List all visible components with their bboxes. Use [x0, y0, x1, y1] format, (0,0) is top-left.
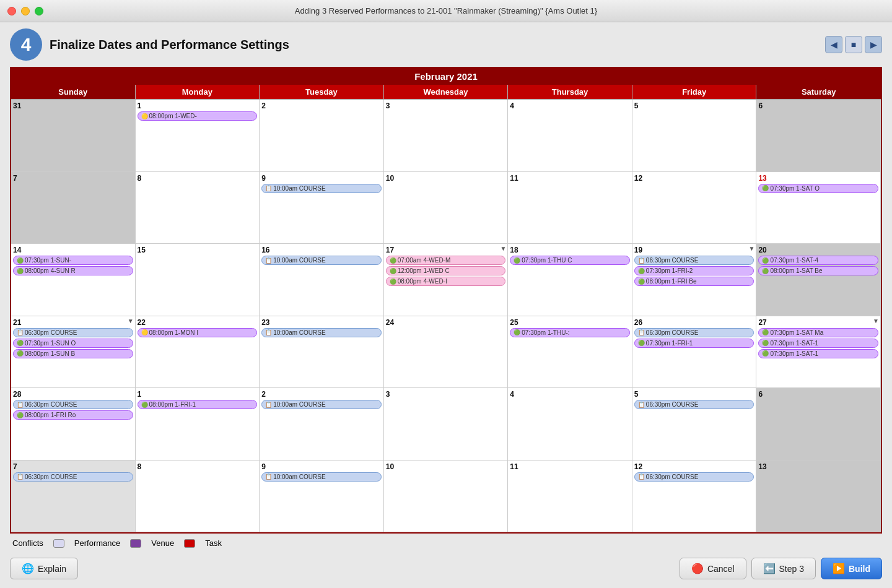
cal-cell[interactable]: 1🟢08:00pm 1-FRI-1 — [136, 388, 260, 460]
cell-date: 14 — [13, 246, 133, 254]
step3-button[interactable]: ⬅️ Step 3 — [751, 558, 816, 579]
cal-cell[interactable]: 6 — [756, 388, 881, 460]
cancel-button[interactable]: 🔴 Cancel — [680, 558, 746, 579]
cal-cell[interactable]: 15 — [136, 244, 260, 316]
event[interactable]: 📋06:30pm COURSE — [634, 472, 754, 482]
cal-cell[interactable]: 12 — [632, 172, 757, 244]
cal-cell[interactable]: 28📋06:30pm COURSE🟢08:00pm 1-FRI Ro — [11, 388, 136, 460]
cal-cell[interactable]: 2📋10:00am COURSE — [260, 388, 384, 460]
event[interactable]: 📋06:30pm COURSE — [634, 328, 754, 337]
cal-cell[interactable]: 10 — [384, 460, 509, 533]
maximize-button[interactable] — [35, 7, 43, 15]
event[interactable]: 🟢08:00pm 1-FRI Be — [634, 277, 754, 286]
window-controls — [7, 7, 43, 15]
cal-cell[interactable]: ▼19📋06:30pm COURSE🟢07:30pm 1-FRI-2🟢08:00… — [632, 244, 757, 316]
event[interactable]: 🟢08:00pm 1-SAT Be — [758, 266, 878, 275]
event[interactable]: 🟢08:00pm 4-SUN R — [13, 266, 133, 275]
event[interactable]: 📋10:00am COURSE — [261, 472, 382, 482]
cal-cell[interactable]: 20🟢07:30pm 1-SAT-4🟢08:00pm 1-SAT Be — [756, 244, 881, 316]
event[interactable]: 🟡08:00pm 1-MON I — [138, 328, 258, 337]
cal-cell[interactable]: 4 — [508, 388, 632, 460]
cal-cell[interactable]: 5📋06:30pm COURSE — [632, 388, 757, 460]
cell-date: 9 — [261, 462, 382, 471]
cal-cell[interactable]: 18🟢07:30pm 1-THU C — [508, 244, 632, 316]
nav-back-button[interactable]: ◀ — [825, 36, 842, 53]
cal-cell[interactable]: 9📋10:00am COURSE — [260, 172, 384, 244]
cal-cell[interactable]: 12📋06:30pm COURSE — [632, 460, 757, 533]
cancel-icon: 🔴 — [691, 563, 704, 574]
event[interactable]: 📋06:30pm COURSE — [13, 472, 133, 482]
cal-cell[interactable]: 22🟡08:00pm 1-MON I — [136, 316, 260, 389]
event[interactable]: 🟢08:00pm 1-FRI-1 — [138, 400, 258, 409]
minimize-button[interactable] — [21, 7, 30, 15]
event[interactable]: 📋06:30pm COURSE — [634, 256, 754, 265]
event[interactable]: 🟢07:30pm 1-SUN- — [13, 256, 133, 265]
nav-forward-button[interactable]: ▶ — [865, 36, 882, 53]
event[interactable]: 📋06:30pm COURSE — [634, 400, 754, 409]
cal-cell[interactable]: 13 — [756, 460, 881, 533]
cell-date: 3 — [386, 390, 506, 399]
cal-cell[interactable]: 14🟢07:30pm 1-SUN-🟢08:00pm 4-SUN R — [11, 244, 136, 316]
day-header-monday: Monday — [136, 85, 260, 99]
cal-cell[interactable]: 11 — [508, 172, 632, 244]
event[interactable]: 🟢07:30pm 1-SUN O — [13, 339, 133, 348]
event[interactable]: 🟢07:30pm 1-SAT O — [758, 184, 878, 193]
cal-cell[interactable]: 13🟢07:30pm 1-SAT O — [756, 172, 881, 244]
event-icon: 🟢 — [390, 257, 396, 264]
cal-cell[interactable]: 10 — [384, 172, 509, 244]
cal-cell[interactable]: 11 — [508, 460, 632, 533]
close-button[interactable] — [7, 7, 16, 15]
build-button[interactable]: ▶️ Build — [821, 558, 882, 579]
cal-cell[interactable]: 8 — [136, 460, 260, 533]
cal-cell[interactable]: 6 — [756, 100, 881, 172]
event[interactable]: 🟡08:00pm 1-WED- — [138, 111, 258, 121]
cal-cell[interactable]: 4 — [508, 100, 632, 172]
event-label: 07:30pm 1-SUN- — [25, 257, 71, 264]
event[interactable]: 🟢07:30pm 1-FRI-1 — [634, 339, 754, 348]
event[interactable]: 🟢08:00pm 1-FRI Ro — [13, 410, 133, 420]
event[interactable]: 🟢12:00pm 1-WED C — [386, 266, 506, 275]
cal-cell[interactable]: 2 — [260, 100, 384, 172]
event[interactable]: 🟢08:00pm 1-SUN B — [13, 349, 133, 358]
event[interactable]: 📋10:00am COURSE — [261, 184, 382, 193]
event[interactable]: 🟢07:30pm 1-THU-: — [510, 328, 630, 337]
explain-button[interactable]: 🌐 Explain — [10, 558, 78, 579]
event-label: 06:30pm COURSE — [646, 401, 698, 408]
cal-cell[interactable]: 1🟡08:00pm 1-WED- — [136, 100, 260, 172]
event[interactable]: 🟢07:30pm 1-SAT-4 — [758, 256, 878, 265]
cal-cell[interactable]: 5 — [632, 100, 757, 172]
cell-date: 15 — [138, 246, 258, 254]
event[interactable]: 📋10:00am COURSE — [261, 328, 382, 337]
event-label: 07:00am 4-WED-M — [398, 257, 451, 264]
event[interactable]: 🟢07:00am 4-WED-M — [386, 256, 506, 265]
event[interactable]: 📋06:30pm COURSE — [13, 400, 133, 409]
event[interactable]: 🟢07:30pm 1-SAT Ma — [758, 328, 878, 337]
cell-date: 7 — [13, 462, 133, 471]
cal-cell[interactable]: 24 — [384, 316, 509, 389]
cal-cell[interactable]: 7📋06:30pm COURSE — [11, 460, 136, 533]
event[interactable]: 🟢07:30pm 1-SAT-1 — [758, 339, 878, 348]
cal-cell[interactable]: 3 — [384, 100, 509, 172]
cal-cell[interactable]: 3 — [384, 388, 509, 460]
cal-cell[interactable]: 9📋10:00am COURSE — [260, 460, 384, 533]
cal-cell[interactable]: 7 — [11, 172, 136, 244]
event-label: 07:30pm 1-SAT O — [770, 185, 820, 192]
cal-cell[interactable]: 26📋06:30pm COURSE🟢07:30pm 1-FRI-1 — [632, 316, 757, 389]
cal-cell[interactable]: ▼17🟢07:00am 4-WED-M🟢12:00pm 1-WED C🟢08:0… — [384, 244, 509, 316]
event[interactable]: 📋10:00am COURSE — [261, 256, 382, 265]
cal-cell[interactable]: 23📋10:00am COURSE — [260, 316, 384, 389]
event[interactable]: 🟢07:30pm 1-SAT-1 — [758, 349, 878, 358]
cal-cell[interactable]: 8 — [136, 172, 260, 244]
cal-cell[interactable]: 25🟢07:30pm 1-THU-: — [508, 316, 632, 389]
event[interactable]: 🟢07:30pm 1-FRI-2 — [634, 266, 754, 275]
event[interactable]: 📋06:30pm COURSE — [13, 328, 133, 337]
cal-cell[interactable]: 16📋10:00am COURSE — [260, 244, 384, 316]
event[interactable]: 🟢08:00pm 4-WED-I — [386, 277, 506, 286]
nav-grid-button[interactable]: ■ — [845, 36, 862, 53]
cell-date: 5 — [634, 390, 754, 399]
event[interactable]: 🟢07:30pm 1-THU C — [510, 256, 630, 265]
cal-cell[interactable]: ▼27🟢07:30pm 1-SAT Ma🟢07:30pm 1-SAT-1🟢07:… — [756, 316, 881, 389]
cal-cell[interactable]: ▼21📋06:30pm COURSE🟢07:30pm 1-SUN O🟢08:00… — [11, 316, 136, 389]
cal-cell[interactable]: 31 — [11, 100, 136, 172]
event[interactable]: 📋10:00am COURSE — [261, 400, 382, 409]
